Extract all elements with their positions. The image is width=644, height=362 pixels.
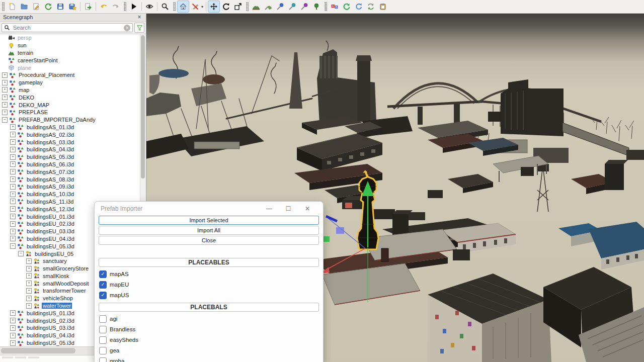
- tree-expander-icon[interactable]: +: [10, 176, 16, 182]
- terrain-paint-purple-button[interactable]: [298, 1, 310, 13]
- close-button[interactable]: Close: [99, 236, 319, 245]
- tree-expander-icon[interactable]: +: [10, 192, 16, 197]
- tree-item-buildingsas-02-i3d[interactable]: +buildingsAS_02.i3d: [0, 131, 146, 138]
- tree-expander-icon[interactable]: +: [10, 132, 16, 137]
- tree-item-buildingsas-10-i3d[interactable]: +buildingsAS_10.i3d: [0, 191, 146, 198]
- tree-item-buildingsas-05-i3d[interactable]: +buildingsAS_05.i3d: [0, 153, 146, 161]
- tree-item-deko[interactable]: +DEKO: [0, 94, 146, 101]
- tree-expander-icon[interactable]: +: [26, 281, 32, 286]
- reload-green-button[interactable]: [341, 1, 353, 13]
- tree-item-buildingsas-03-i3d[interactable]: +buildingsAS_03.i3d: [0, 138, 146, 146]
- tree-expander-icon[interactable]: +: [10, 214, 16, 219]
- tree-expander-icon[interactable]: +: [10, 340, 16, 346]
- tree-expander-icon[interactable]: +: [10, 333, 16, 338]
- tree-item-gameplay[interactable]: +gameplay: [0, 79, 146, 86]
- checkbox-gea[interactable]: [99, 347, 107, 354]
- checkbox-groha[interactable]: [99, 357, 107, 362]
- scrollbar-thumb[interactable]: [141, 35, 145, 178]
- dropdown-caret-icon[interactable]: ▾: [201, 5, 203, 9]
- tree-expander-icon[interactable]: +: [10, 206, 16, 212]
- tree-expander-icon[interactable]: +: [2, 87, 8, 93]
- tree-expander-icon[interactable]: +: [26, 296, 32, 301]
- eye-visibility-button[interactable]: [143, 1, 155, 13]
- tree-expander-icon[interactable]: +: [10, 169, 16, 174]
- terrain-sculpt-button[interactable]: [250, 1, 262, 13]
- search-box[interactable]: ×: [2, 23, 133, 32]
- tree-expander-icon[interactable]: +: [26, 258, 32, 264]
- scale-tool-button[interactable]: [232, 1, 244, 13]
- tree-item-careerstartpoint[interactable]: careerStartPoint: [0, 56, 146, 64]
- rotate-tool-button[interactable]: [220, 1, 232, 13]
- toolbar-grip[interactable]: [173, 2, 176, 11]
- tree-expander-icon[interactable]: +: [10, 139, 16, 145]
- tree-item-terrain[interactable]: terrain: [0, 49, 146, 57]
- filter-button[interactable]: [134, 23, 144, 33]
- tree-expander-icon[interactable]: +: [10, 229, 16, 234]
- replace-object-button[interactable]: [365, 1, 377, 13]
- tree-expander-icon[interactable]: +: [2, 95, 8, 100]
- edit-script-button[interactable]: [30, 1, 42, 13]
- tree-expander-icon[interactable]: +: [10, 221, 16, 227]
- redo-button[interactable]: [110, 1, 122, 13]
- tree-expander-icon[interactable]: +: [2, 72, 8, 78]
- save-as-button[interactable]: [66, 1, 78, 13]
- tree-expander-icon[interactable]: +: [10, 184, 16, 190]
- tree-item-plane[interactable]: plane: [0, 64, 146, 71]
- search-input[interactable]: [12, 24, 122, 31]
- tree-expander-icon[interactable]: +: [26, 288, 32, 294]
- paint-disabled-button[interactable]: [189, 1, 201, 13]
- foliage-tree-button[interactable]: [310, 1, 323, 13]
- tree-expander-icon[interactable]: +: [2, 110, 8, 115]
- scrollbar-thumb[interactable]: [1, 348, 75, 353]
- tree-expander-icon[interactable]: +: [10, 310, 16, 316]
- tree-item-procedural-placement[interactable]: +Procedural_Placement: [0, 71, 146, 79]
- toolbar-grip[interactable]: [246, 2, 249, 11]
- tree-expander-icon[interactable]: −: [2, 117, 8, 123]
- terrain-paint-blue-button[interactable]: [274, 1, 286, 13]
- terrain-paint-teal-button[interactable]: [286, 1, 298, 13]
- gizmo-plane-handle-red[interactable]: [345, 203, 352, 208]
- tree-item-deko-map[interactable]: +DEKO_MAP: [0, 101, 146, 109]
- gizmo-plane-handle-green[interactable]: [323, 236, 330, 242]
- close-icon[interactable]: ✕: [298, 205, 317, 212]
- reload-button[interactable]: [42, 1, 54, 13]
- tree-expander-icon[interactable]: +: [10, 199, 16, 204]
- tree-item-prefab-importer-daandy[interactable]: −PREFAB_IMPORTER_DaAndy: [0, 116, 146, 124]
- export-file-button[interactable]: [82, 1, 94, 13]
- magnifier-button[interactable]: [159, 1, 171, 13]
- toolbar-grip[interactable]: [2, 2, 5, 11]
- checkbox-mapEU[interactable]: ✓: [99, 281, 107, 289]
- import-all-button[interactable]: Import All: [99, 226, 319, 235]
- toolbar-grip[interactable]: [325, 2, 327, 11]
- checkbox-mapAS[interactable]: ✓: [99, 270, 107, 278]
- tree-expander-icon[interactable]: +: [26, 303, 32, 309]
- tree-item-buildingsas-08-i3d[interactable]: +buildingsAS_08.i3d: [0, 175, 146, 183]
- checkbox-agi[interactable]: [99, 315, 107, 323]
- save-button[interactable]: [54, 1, 66, 13]
- scenegraph-close-icon[interactable]: ×: [136, 14, 143, 21]
- tree-expander-icon[interactable]: +: [10, 325, 16, 331]
- tree-expander-icon[interactable]: +: [26, 266, 32, 272]
- tree-item-buildingsas-06-i3d[interactable]: +buildingsAS_06.i3d: [0, 161, 146, 168]
- open-folder-button[interactable]: [18, 1, 30, 13]
- import-selected-button[interactable]: Import Selected: [99, 216, 319, 225]
- tree-expander-icon[interactable]: +: [26, 273, 32, 279]
- terrain-smooth-button[interactable]: [262, 1, 274, 13]
- tree-expander-icon[interactable]: +: [2, 80, 8, 85]
- tree-item-buildingsas-07-i3d[interactable]: +buildingsAS_07.i3d: [0, 168, 146, 175]
- translate-tool-button[interactable]: [208, 1, 220, 13]
- maximize-icon[interactable]: ☐: [279, 205, 298, 212]
- tree-expander-icon[interactable]: +: [10, 147, 16, 152]
- tree-item-map[interactable]: +map: [0, 86, 146, 94]
- checkbox-easySheds[interactable]: [99, 336, 107, 344]
- tree-expander-icon[interactable]: +: [10, 161, 16, 167]
- toolbar-grip[interactable]: [124, 2, 126, 11]
- recycle-button[interactable]: [353, 1, 365, 13]
- tree-expander-icon[interactable]: +: [10, 124, 16, 130]
- tree-item-sun[interactable]: sun: [0, 42, 146, 49]
- tree-item-buildingsas-09-i3d[interactable]: +buildingsAS_09.i3d: [0, 183, 146, 191]
- home-focus-button[interactable]: [177, 1, 189, 13]
- tree-item-preplase[interactable]: +PREPLASE: [0, 109, 146, 116]
- checkbox-mapUS[interactable]: ✓: [99, 292, 107, 299]
- tree-item-buildingsas-04-i3d[interactable]: +buildingsAS_04.i3d: [0, 146, 146, 153]
